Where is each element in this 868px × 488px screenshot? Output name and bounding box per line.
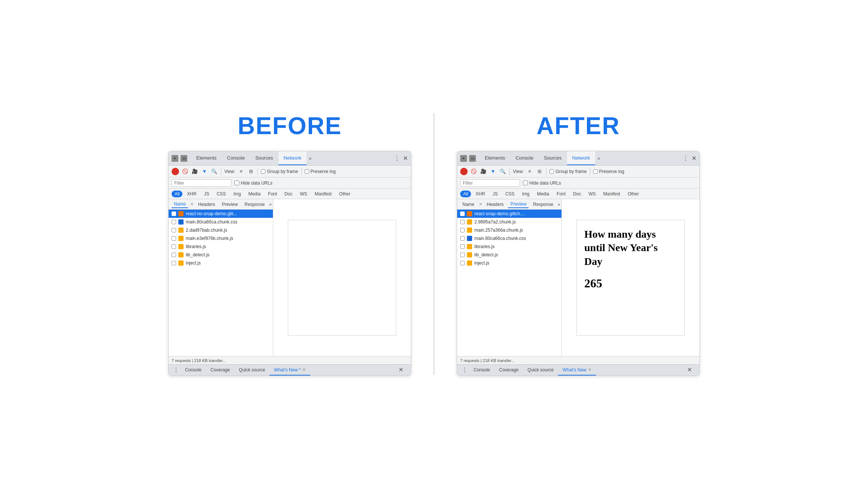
file-item-4-before[interactable]: libraries.js <box>169 243 273 251</box>
tab-elements-after[interactable]: Elements <box>480 151 510 165</box>
panel-tab-preview-after[interactable]: Preview <box>508 201 529 208</box>
bottom-tab-console-before[interactable]: Console <box>181 365 206 376</box>
type-img-after[interactable]: Img <box>519 191 532 197</box>
type-ws-after[interactable]: WS <box>585 191 598 197</box>
filter-icon-after[interactable]: ▼ <box>489 168 497 175</box>
type-media-after[interactable]: Media <box>534 191 552 197</box>
bottom-tab-quick-source-before[interactable]: Quick source <box>234 365 270 376</box>
grid-view-icon-before[interactable]: ⊞ <box>247 168 255 175</box>
record-button-before[interactable] <box>172 168 179 175</box>
device-icon-after[interactable]: ▭ <box>469 155 476 162</box>
bottom-menu-before[interactable]: ⋮ <box>172 367 181 374</box>
type-js-before[interactable]: JS <box>201 191 212 197</box>
filter-input-before[interactable] <box>172 179 231 187</box>
more-tabs-before[interactable]: » <box>307 155 314 161</box>
grid-view-icon-after[interactable]: ⊞ <box>536 168 543 175</box>
menu-after[interactable]: ⋮ <box>683 155 689 162</box>
type-js-after[interactable]: JS <box>490 191 501 197</box>
file-item-3-after[interactable]: main.80ca66ca.chunk.css <box>457 234 561 243</box>
type-xhr-after[interactable]: XHR <box>473 191 488 197</box>
type-font-after[interactable]: Font <box>554 191 569 197</box>
file-item-5-before[interactable]: lib_detect.js <box>169 251 273 259</box>
panel-tab-response-before[interactable]: Response <box>242 201 267 208</box>
type-manifest-before[interactable]: Manifest <box>312 191 335 197</box>
hide-data-urls-checkbox-after[interactable] <box>523 180 528 185</box>
file-item-1-before[interactable]: main.80ca66ca.chunk.css <box>169 218 273 226</box>
close-panel-before[interactable]: ✕ <box>190 202 194 207</box>
type-all-after[interactable]: All <box>460 191 471 197</box>
whats-new-close-after[interactable]: ✕ <box>588 367 591 372</box>
filter-icon-before[interactable]: ▼ <box>201 168 208 175</box>
file-item-6-after[interactable]: inject.js <box>457 259 561 267</box>
menu-before[interactable]: ⋮ <box>394 155 400 162</box>
preserve-log-after[interactable]: Preserve log <box>593 169 624 174</box>
cursor-icon[interactable]: ⌖ <box>172 155 178 162</box>
file-item-5-after[interactable]: lib_detect.js <box>457 251 561 259</box>
panel-more-before[interactable]: » <box>269 202 272 207</box>
type-css-after[interactable]: CSS <box>502 191 518 197</box>
file-item-1-after[interactable]: 2.9895a7a2.chunk.js <box>457 218 561 226</box>
search-icon-after[interactable]: 🔍 <box>499 168 507 175</box>
close-before[interactable]: ✕ <box>403 155 408 162</box>
type-font-before[interactable]: Font <box>265 191 280 197</box>
file-item-0-before[interactable]: react-no-snap-demo.glit... <box>169 210 273 218</box>
filter-input-after[interactable] <box>460 179 520 187</box>
close-devtools-after[interactable]: ✕ <box>687 366 692 373</box>
type-other-after[interactable]: Other <box>625 191 642 197</box>
bottom-tab-coverage-after[interactable]: Coverage <box>495 365 523 376</box>
more-tabs-after[interactable]: » <box>595 155 602 161</box>
search-icon-before[interactable]: 🔍 <box>210 168 218 175</box>
type-manifest-after[interactable]: Manifest <box>600 191 623 197</box>
close-after[interactable]: ✕ <box>692 155 696 162</box>
file-item-0-after[interactable]: react-snap-demo.glitch.... <box>457 210 561 218</box>
stop-icon-after[interactable]: 🚫 <box>470 168 477 175</box>
type-all-before[interactable]: All <box>172 191 182 197</box>
preserve-log-checkbox-after[interactable] <box>593 169 598 174</box>
panel-tab-headers-after[interactable]: Headers <box>484 201 506 208</box>
file-item-4-after[interactable]: libraries.js <box>457 243 561 251</box>
cursor-icon-after[interactable]: ⌖ <box>460 155 467 162</box>
bottom-tab-coverage-before[interactable]: Coverage <box>206 365 234 376</box>
file-item-3-before[interactable]: main.e3ef976b.chunk.js <box>169 234 273 243</box>
file-item-2-before[interactable]: 2.dad97bab.chunk.js <box>169 226 273 234</box>
whats-new-close-before[interactable]: ✕ <box>302 367 306 372</box>
group-by-frame-after[interactable]: Group by frame <box>550 169 587 174</box>
tab-sources-after[interactable]: Sources <box>539 151 567 165</box>
tab-sources-before[interactable]: Sources <box>250 151 278 165</box>
panel-more-after[interactable]: » <box>558 202 560 207</box>
tab-elements-before[interactable]: Elements <box>191 151 222 165</box>
tab-console-after[interactable]: Console <box>510 151 539 165</box>
bottom-menu-after[interactable]: ⋮ <box>460 367 469 374</box>
type-media-before[interactable]: Media <box>245 191 264 197</box>
panel-tab-preview-before[interactable]: Preview <box>219 201 240 208</box>
tab-network-after[interactable]: Network <box>567 151 595 165</box>
preserve-log-checkbox-before[interactable] <box>305 169 309 174</box>
type-css-before[interactable]: CSS <box>214 191 229 197</box>
panel-tab-response-after[interactable]: Response <box>531 201 555 208</box>
preserve-log-before[interactable]: Preserve log <box>305 169 336 174</box>
record-button-after[interactable] <box>460 168 468 175</box>
group-by-frame-before[interactable]: Group by frame <box>261 169 298 174</box>
type-ws-before[interactable]: WS <box>297 191 310 197</box>
close-devtools-before[interactable]: ✕ <box>398 366 403 373</box>
device-icon[interactable]: ▭ <box>181 155 187 162</box>
hide-data-urls-checkbox-before[interactable] <box>234 180 239 185</box>
panel-tab-name-before[interactable]: Name <box>172 201 188 208</box>
file-item-6-before[interactable]: inject.js <box>169 259 273 267</box>
type-xhr-before[interactable]: XHR <box>184 191 199 197</box>
camera-icon-before[interactable]: 🎥 <box>191 168 198 175</box>
list-view-icon-before[interactable]: ≡ <box>237 168 245 175</box>
tab-network-before[interactable]: Network <box>278 151 307 165</box>
panel-tab-name-after[interactable]: Name <box>460 201 477 208</box>
bottom-tab-quick-source-after[interactable]: Quick source <box>523 365 558 376</box>
hide-data-urls-before[interactable]: Hide data URLs <box>234 180 273 186</box>
type-img-before[interactable]: Img <box>230 191 244 197</box>
stop-icon-before[interactable]: 🚫 <box>181 168 189 175</box>
group-by-frame-checkbox-after[interactable] <box>550 169 554 174</box>
group-by-frame-checkbox-before[interactable] <box>261 169 265 174</box>
bottom-tab-console-after[interactable]: Console <box>469 365 495 376</box>
bottom-tab-whats-new-before[interactable]: What's New * ✕ <box>270 365 310 376</box>
camera-icon-after[interactable]: 🎥 <box>480 168 487 175</box>
hide-data-urls-after[interactable]: Hide data URLs <box>523 180 561 186</box>
type-other-before[interactable]: Other <box>336 191 353 197</box>
